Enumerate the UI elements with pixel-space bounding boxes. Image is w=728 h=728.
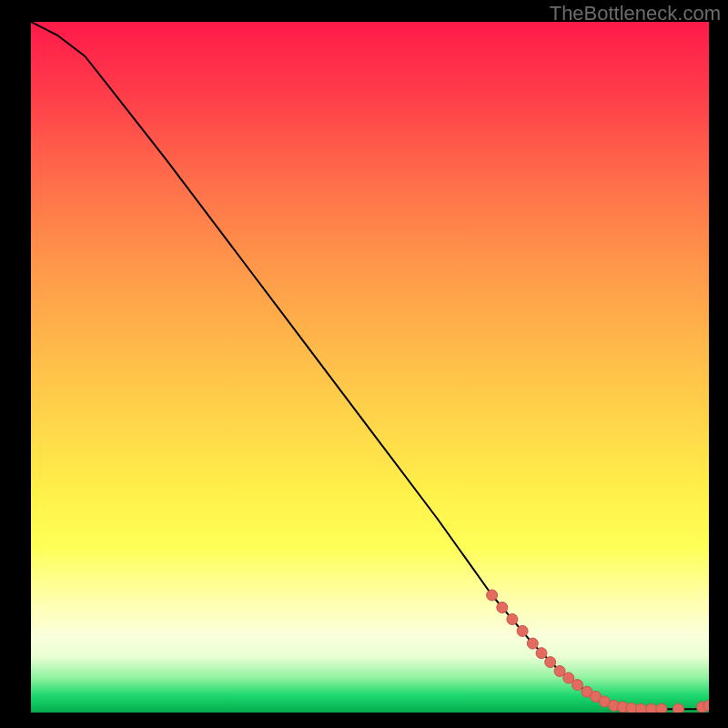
marker-point [527,638,538,649]
watermark-text: TheBottleneck.com [550,2,721,25]
marker-point [646,703,657,713]
markers-group [487,590,709,713]
plot-area [31,22,709,713]
marker-point [656,703,667,713]
marker-point [536,648,547,659]
marker-point [497,602,508,613]
marker-point [545,657,556,668]
marker-point [507,614,518,625]
marker-point [517,625,528,636]
marker-point [572,680,583,691]
marker-point [636,703,647,713]
curve-line [31,22,709,709]
marker-point [673,703,684,713]
chart-svg [31,22,709,713]
marker-point [487,590,498,601]
chart-frame: TheBottleneck.com [0,0,728,728]
